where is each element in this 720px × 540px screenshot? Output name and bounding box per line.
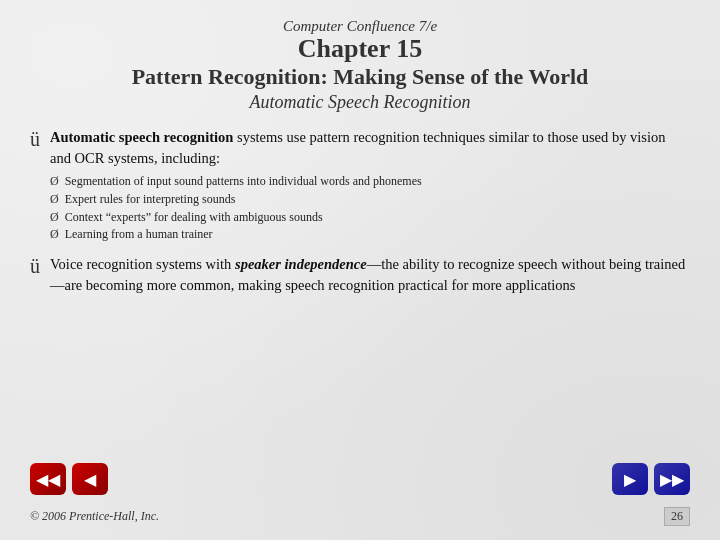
slide-header: Computer Confluence 7/e Chapter 15 Patte… <box>30 18 690 113</box>
slide: Computer Confluence 7/e Chapter 15 Patte… <box>0 0 720 540</box>
header-section: Automatic Speech Recognition <box>30 92 690 113</box>
sub-list-item: Ø Expert rules for interpreting sounds <box>50 191 690 208</box>
nav-row: ◀◀ ◀ ▶ ▶▶ <box>30 463 690 495</box>
slide-content: ü Automatic speech recognition systems u… <box>30 127 690 457</box>
bullet-2-italic: speaker independence <box>235 256 367 272</box>
nav-right: ▶ ▶▶ <box>612 463 690 495</box>
list-item: ü Voice recognition systems with speaker… <box>30 254 690 296</box>
arrow-icon: Ø <box>50 173 59 190</box>
nav-left: ◀◀ ◀ <box>30 463 108 495</box>
nav-next-button[interactable]: ▶ <box>612 463 648 495</box>
arrow-icon: Ø <box>50 191 59 208</box>
sub-list-item: Ø Context “experts” for dealing with amb… <box>50 209 690 226</box>
header-title: Pattern Recognition: Making Sense of the… <box>30 64 690 90</box>
sub-bullet-list-1: Ø Segmentation of input sound patterns i… <box>50 173 690 243</box>
list-item: ü Automatic speech recognition systems u… <box>30 127 690 244</box>
nav-prev-button[interactable]: ◀ <box>72 463 108 495</box>
header-chapter: Chapter 15 <box>30 35 690 64</box>
header-subtitle: Computer Confluence 7/e <box>30 18 690 35</box>
page-number: 26 <box>664 507 690 526</box>
sub-item-3: Context “experts” for dealing with ambig… <box>65 209 323 226</box>
nav-last-button[interactable]: ▶▶ <box>654 463 690 495</box>
bullet-2-prefix: Voice recognition systems with <box>50 256 235 272</box>
checkmark-icon: ü <box>30 255 40 278</box>
slide-footer: © 2006 Prentice-Hall, Inc. 26 <box>30 503 690 526</box>
nav-first-button[interactable]: ◀◀ <box>30 463 66 495</box>
arrow-icon: Ø <box>50 209 59 226</box>
sub-item-2: Expert rules for interpreting sounds <box>65 191 236 208</box>
sub-list-item: Ø Learning from a human trainer <box>50 226 690 243</box>
bullet-1-bold: Automatic speech recognition <box>50 129 233 145</box>
sub-item-1: Segmentation of input sound patterns int… <box>65 173 422 190</box>
copyright-text: © 2006 Prentice-Hall, Inc. <box>30 509 159 524</box>
checkmark-icon: ü <box>30 128 40 151</box>
bullet-1-text: Automatic speech recognition systems use… <box>50 127 690 244</box>
sub-list-item: Ø Segmentation of input sound patterns i… <box>50 173 690 190</box>
arrow-icon: Ø <box>50 226 59 243</box>
sub-item-4: Learning from a human trainer <box>65 226 213 243</box>
bullet-2-text: Voice recognition systems with speaker i… <box>50 254 690 296</box>
